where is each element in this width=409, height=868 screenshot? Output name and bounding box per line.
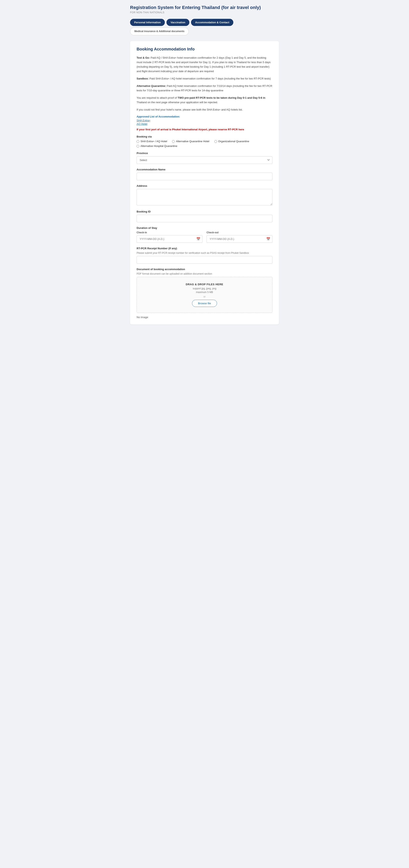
dropzone-title: DRAG & DROP FILES HERE [141, 283, 268, 286]
accommodation-links: Approved List of Accommodation: SHA Extr… [137, 115, 272, 125]
tab-medical[interactable]: Medical insurance & Additional documents [130, 28, 189, 35]
links-title: Approved List of Accommodation: [137, 115, 272, 118]
link-aq-hotel[interactable]: AQ Hotel [137, 122, 272, 125]
section-title: Booking Accommodation Info [137, 47, 272, 52]
dropzone-or: or [141, 295, 268, 298]
dropzone-hint2: maximum 5 MB [141, 291, 268, 293]
browse-file-button[interactable]: Browse file [192, 300, 217, 307]
info-requirement: You are required to attach proof of TWO … [137, 96, 272, 104]
booking-via-radio-group: SHA Extra+ / AQ Hotel Alternative Quaran… [137, 140, 272, 143]
checkin-label: Check-in [137, 231, 202, 234]
page-title: Registration System for Entering Thailan… [130, 5, 279, 10]
accommodation-name-input[interactable] [137, 173, 272, 180]
phuket-notice: If your first port of arrival is Phuket … [137, 128, 272, 131]
booking-id-input[interactable] [137, 215, 272, 222]
rtpcr-label: RT-PCR Receipt Number (If any) [137, 247, 272, 250]
radio-aq[interactable]: Alternative Quarantine Hotel [172, 140, 209, 143]
info-test-go: Test & Go: Paid AQ / SHA Extra+ hotel re… [137, 56, 272, 73]
checkout-wrapper: 📅 [207, 235, 272, 243]
checkin-field: Check-in 📅 [137, 231, 202, 243]
address-input[interactable] [137, 189, 272, 205]
document-label: Document of booking accommodation [137, 268, 272, 271]
info-sandbox: Sandbox: Paid SHA Extra+ / AQ hotel rese… [137, 76, 272, 81]
dropzone-hint1: support jpg, jpeg, png [141, 287, 268, 290]
checkin-wrapper: 📅 [137, 235, 202, 243]
checkout-label: Check-out [207, 231, 272, 234]
info-hotel-note: If you could not find your hotel's name,… [137, 107, 272, 112]
tab-accommodation[interactable]: Accommodation & Contact [191, 19, 233, 26]
booking-via-label: Booking via [137, 135, 272, 138]
accommodation-name-label: Accommodation Name [137, 168, 272, 171]
province-select[interactable]: Select [137, 156, 272, 164]
rtpcr-hint: Please submit your RT-PCR receipt number… [137, 251, 272, 254]
document-hint: PDF format document can be uploaded on a… [137, 272, 272, 275]
tab-personal[interactable]: Personal Information [130, 19, 165, 26]
radio-ahq[interactable]: Alternative Hospital Quarantine [137, 145, 177, 148]
date-row: Check-in 📅 Check-out 📅 [137, 231, 272, 243]
province-label: Province [137, 152, 272, 155]
booking-via-radio-group-2: Alternative Hospital Quarantine [137, 145, 272, 148]
link-sha-extra[interactable]: SHA Extra+ [137, 119, 272, 122]
file-dropzone[interactable]: DRAG & DROP FILES HERE support jpg, jpeg… [137, 277, 272, 313]
tab-bar: Personal Information Vaccination Accommo… [130, 19, 279, 35]
tab-vaccination[interactable]: Vaccination [167, 19, 189, 26]
duration-label: Duration of Stay [137, 226, 272, 229]
main-content: Booking Accommodation Info Test & Go: Pa… [130, 41, 279, 324]
radio-sha[interactable]: SHA Extra+ / AQ Hotel [137, 140, 167, 143]
checkout-field: Check-out 📅 [207, 231, 272, 243]
info-alt-quarantine: Alternative Quarantine: Paid AQ hotel re… [137, 84, 272, 93]
no-image-label: No Image [137, 316, 272, 319]
checkout-input[interactable] [207, 235, 272, 243]
booking-id-label: Booking ID [137, 210, 272, 213]
address-label: Address [137, 184, 272, 187]
rtpcr-input[interactable] [137, 256, 272, 264]
radio-org[interactable]: Organizational Quarantine [214, 140, 249, 143]
checkin-input[interactable] [137, 235, 202, 243]
page-subtitle: FOR NON-THAI NATIONALS [130, 11, 279, 14]
